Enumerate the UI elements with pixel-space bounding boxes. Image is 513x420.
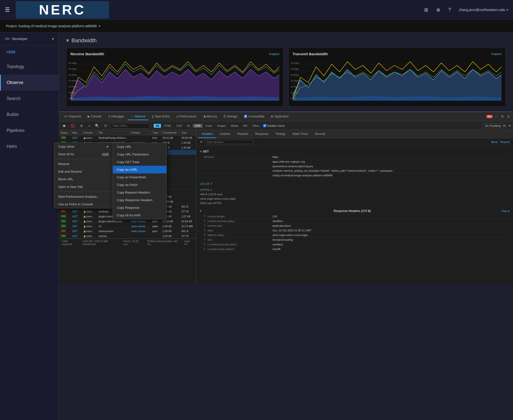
ctx-edit-resend[interactable]: Edit and Resend [54,168,113,175]
filter-css[interactable]: CSS [174,124,184,128]
domain-cell: 🔒cons... [82,219,97,224]
detail-tab-stack-trace[interactable]: Stack Trace [289,130,311,138]
detail-tab-timings[interactable]: Timings [272,130,289,138]
ctx-use-fetch[interactable]: Use as Fetch in Console [54,200,113,208]
project-name[interactable]: Project: hosting-of-medical-image-analys… [6,24,100,28]
type-cell: json [151,219,161,224]
tab-application[interactable]: ⊞ Application [268,113,292,120]
ctx-copy-params[interactable]: Copy URL Parameters [113,151,166,158]
filter-urls-input[interactable] [110,123,150,128]
ctx-perf-analysis[interactable]: Start Performance Analysis... [54,193,113,200]
tab-memory[interactable]: ◑ Memory [200,113,220,120]
block-button[interactable]: Block [491,140,498,143]
ctx-copy-response[interactable]: Copy Response [113,204,166,211]
ctx-copy-req-headers[interactable]: Copy Request Headers [113,189,166,196]
add-filter-button[interactable]: + [87,123,92,128]
transmit-inspect-link[interactable]: Inspect [491,52,501,56]
tab-accessibility[interactable]: ♿ Accessibility [241,113,267,120]
detail-tab-request[interactable]: Request [234,130,252,138]
tab-performance[interactable]: ◷ Performance [173,113,200,120]
sidebar-item-add[interactable]: +Add [0,45,59,59]
size-cell: 401 B [180,204,196,209]
info-icon[interactable]: ? [204,229,205,232]
filter-html[interactable]: HTML [162,124,173,128]
get-group-header[interactable]: GET [200,148,510,155]
tab-storage[interactable]: ☰ Storage [220,113,240,120]
table-row[interactable]: 200 GET 🔒cons... RedHatDisplay-Bold.woff… [59,135,196,140]
filter-images[interactable]: Images [215,124,228,128]
add-icon[interactable]: ⊕ [436,7,440,13]
sidebar: </> Developer +Add Topology Observe Sear… [0,32,59,420]
tab-console[interactable]: ▶ Console [85,113,105,120]
filter-js[interactable]: JS [185,124,192,128]
info-icon[interactable]: ? [204,234,205,237]
grid-icon[interactable]: ⊞ [424,7,428,13]
ctx-copy-url[interactable]: Copy URL [113,143,166,151]
clear-button[interactable]: 🚫 [69,123,76,128]
detail-tab-headers[interactable]: Headers [198,130,216,138]
sidebar-item-search[interactable]: Search [0,91,59,107]
detail-url-row: /prometheus-tenancy/api/v1/query [200,164,510,169]
filter-other[interactable]: Other [250,124,261,128]
ctx-block-url[interactable]: Block URL [54,175,113,183]
sidebar-item-pipelines[interactable]: Pipelines [0,123,59,139]
ctx-copy-value[interactable]: Copy Value ▶ Copy URL Copy URL Parameter… [54,143,113,150]
disable-cache-checkbox[interactable] [263,124,266,127]
dots-icon[interactable]: ⋯ [494,114,499,120]
pause-button[interactable]: ⏸ [78,123,85,128]
filter-xhr[interactable]: XHR [193,124,202,128]
resend-button[interactable]: Resend [500,140,510,143]
filter-ws[interactable]: WS [241,124,249,128]
info-icon[interactable]: ? [204,243,205,246]
sidebar-item-helm[interactable]: Helm [0,139,59,154]
response-status-info[interactable]: ? [211,182,212,186]
info-icon[interactable]: ? [204,248,205,251]
table-row[interactable]: 200 GET 🔒cons... plugin-manifest.json ma… [59,219,196,224]
info-icon[interactable]: ? [204,220,205,223]
filter-fonts[interactable]: Fonts [203,124,214,128]
receive-inspect-link[interactable]: Inspect [269,52,279,56]
ctx-copy-fetch[interactable]: Copy as Fetch [113,181,166,189]
filter-media[interactable]: Media [229,124,240,128]
header-value: sandbox; [272,243,284,246]
sidebar-item-observe[interactable]: Observe [0,75,59,91]
settings-icon[interactable]: ⚙ [508,124,511,127]
ctx-copy-curl[interactable]: Copy as cURL [113,166,166,173]
expand-icon[interactable]: ⇱ [500,114,505,120]
sidebar-item-topology[interactable]: Topology [0,59,59,75]
ctx-copy-resp-headers[interactable]: Copy Response Headers [113,196,166,204]
ctx-resend[interactable]: Resend [54,160,113,168]
info-icon[interactable]: ? [204,238,205,241]
ctx-copy-get[interactable]: Copy GET Data [113,158,166,166]
ctx-open-new-tab[interactable]: Open in New Tab [54,183,113,191]
search-network-button[interactable]: 🔍 [94,123,101,128]
table-row[interactable]: 200 GET 🔒cons... v2 main-chunk... plain … [59,224,196,229]
ctx-save-har[interactable]: Save All As HAR [54,150,113,158]
record-button[interactable]: ⏺ [61,123,67,128]
tab-network[interactable]: ↑↓ Network [128,113,148,120]
close-devtools-button[interactable]: ✕ [506,114,511,120]
reload-button[interactable]: ↺ [103,123,108,128]
detail-tab-cookies[interactable]: Cookies [216,130,234,138]
filter-all[interactable]: All [154,124,161,128]
tab-inspector[interactable]: </> Inspector [61,113,84,120]
sidebar-item-builds[interactable]: Builds [0,107,59,123]
raw-toggle[interactable]: Raw ● [502,210,510,212]
table-row[interactable]: 403 GET 🔒cons... cephclusters main-chunk… [59,229,196,234]
info-icon[interactable]: ? [204,215,205,218]
user-menu[interactable]: zhang.jenn@northeastern.edu [459,8,508,12]
tab-style-editor[interactable]: {} Style Editor [149,113,173,120]
sidebar-dev-header[interactable]: </> Developer [0,32,59,45]
header-filter-input[interactable] [204,140,254,144]
ctx-copy-all-har[interactable]: Copy All As HAR [113,211,166,219]
help-icon[interactable]: ? [448,7,451,13]
throttle-select[interactable]: No Throttling [483,123,506,128]
table-row[interactable]: 200 GET 🔒cons... caches 1,04 kB 377 B [59,234,196,238]
detail-tab-response[interactable]: Response [252,130,272,138]
ctx-copy-powershell[interactable]: Copy as PowerShell [113,173,166,181]
detail-tab-security[interactable]: Security [311,130,329,138]
hamburger-icon[interactable]: ☰ [5,7,10,13]
response-headers-group[interactable]: Response Headers (372 B) Raw ● [200,208,510,214]
tab-debugger[interactable]: ⊙ Debugger [105,113,127,120]
info-icon[interactable]: ? [204,224,205,227]
